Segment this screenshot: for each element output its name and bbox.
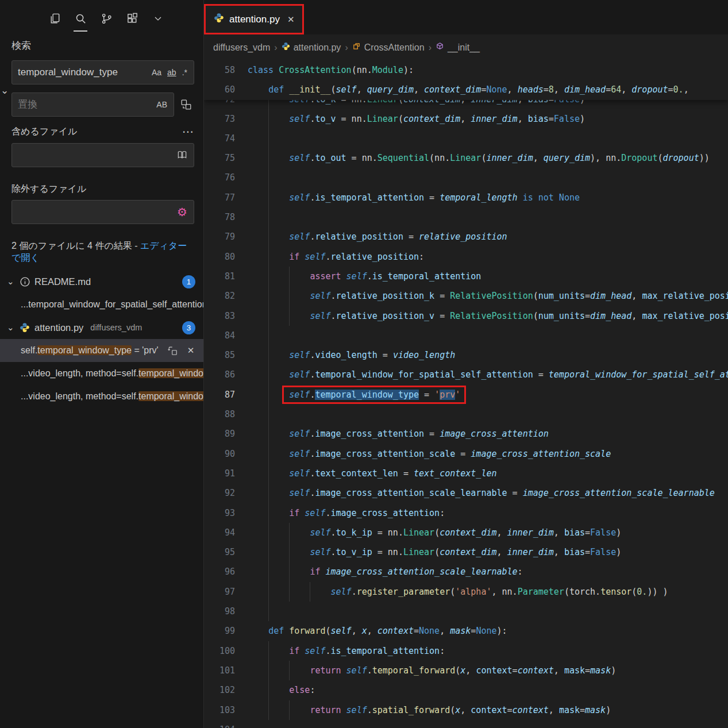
replace-all-icon[interactable] — [178, 97, 194, 113]
whole-word-icon[interactable]: ab — [164, 66, 179, 79]
code-line-content[interactable]: self.relative_position_v = RelativePosit… — [248, 306, 728, 326]
code-line-content[interactable] — [248, 326, 728, 345]
code-line: 100 if self.is_temporal_attention: — [204, 641, 728, 661]
code-line-content[interactable]: self.image_cross_attention_scale_learnab… — [248, 483, 728, 503]
code-line-content[interactable]: self.to_k = nn.Linear(context_dim, inner… — [248, 100, 728, 109]
toggle-replace-chevron[interactable]: ⌄ — [1, 84, 9, 97]
code-line-content[interactable]: def __init__(self, query_dim, context_di… — [248, 80, 728, 99]
indent-guide — [268, 326, 269, 345]
indent-guide — [268, 661, 269, 680]
line-number: 73 — [204, 109, 235, 129]
code-line: 84 — [204, 326, 728, 345]
code-line-content[interactable]: if self.relative_position: — [248, 247, 728, 267]
replace-input-box: AB — [11, 93, 174, 117]
code-line-content[interactable]: self.image_cross_attention_scale = image… — [248, 444, 728, 464]
code-line: 94 self.to_k_ip = nn.Linear(context_dim,… — [204, 523, 728, 542]
search-result-row[interactable]: ...video_length, method=self.temporal_wi… — [0, 385, 203, 408]
code-editor[interactable]: 58class CrossAttention(nn.Module):60 def… — [204, 60, 728, 728]
regex-icon[interactable]: .* — [179, 66, 190, 79]
line-number: 75 — [204, 148, 235, 168]
code-line-content[interactable]: if self.image_cross_attention: — [248, 503, 728, 523]
file-result-row[interactable]: ⌄README.md1 — [0, 270, 203, 293]
line-number: 104 — [204, 720, 235, 728]
code-line-content[interactable]: assert self.is_temporal_attention — [248, 267, 728, 286]
search-icon[interactable] — [72, 9, 89, 28]
code-line-content[interactable]: self.video_length = video_length — [248, 345, 728, 365]
code-line-content[interactable]: self.relative_position = relative_positi… — [248, 227, 728, 246]
search-result-row[interactable]: self.temporal_window_type = 'prv'✕ — [0, 339, 203, 362]
code-line-content[interactable]: class CrossAttention(nn.Module): — [248, 60, 728, 80]
file-result-row[interactable]: ⌄attention.pydiffusers_vdm3 — [0, 316, 203, 339]
explorer-icon[interactable] — [46, 9, 63, 28]
chevron-down-icon[interactable]: ⌄ — [7, 276, 20, 287]
code-line-content[interactable] — [248, 405, 728, 424]
search-input[interactable] — [18, 67, 149, 78]
code-line-content[interactable]: self.is_temporal_attention = temporal_le… — [248, 188, 728, 207]
indent-guide — [289, 582, 290, 602]
code-line-content[interactable]: return self.spatial_forward(x, context=c… — [248, 700, 728, 720]
exclude-files-input[interactable] — [18, 206, 174, 218]
code-line-content[interactable]: self.relative_position_k = RelativePosit… — [248, 286, 728, 306]
code-line: 76 — [204, 168, 728, 187]
code-line: 91 self.text_context_len = text_context_… — [204, 464, 728, 483]
file-path: diffusers_vdm — [90, 323, 142, 332]
results-tree: ⌄README.md1...temporal_window_for_spatia… — [0, 270, 203, 408]
more-actions-icon[interactable]: ⋯ — [182, 125, 194, 138]
code-line-content[interactable]: self.image_cross_attention = image_cross… — [248, 424, 728, 444]
line-number: 91 — [204, 464, 235, 483]
search-result-row[interactable]: ...temporal_window_for_spatial_self_atte… — [0, 293, 203, 316]
code-line-content[interactable]: self.temporal_window_for_spatial_self_at… — [248, 365, 728, 384]
line-number: 60 — [204, 80, 235, 99]
breadcrumb-separator: › — [274, 43, 277, 53]
line-number: 85 — [204, 345, 235, 365]
vscode-window: 検索 ⌄ Aa ab .* AB 含めるファイル ⋯ — [0, 0, 728, 728]
tab-attention-py[interactable]: attention.py ✕ — [206, 6, 302, 33]
code-line: 80 if self.relative_position: — [204, 247, 728, 267]
code-line-content[interactable]: self.to_v_ip = nn.Linear(context_dim, in… — [248, 542, 728, 562]
code-line-content[interactable]: if image_cross_attention_scale_learnable… — [248, 562, 728, 581]
include-files-input[interactable] — [18, 149, 174, 161]
indent-guide — [289, 306, 290, 326]
replace-icon[interactable] — [165, 344, 179, 357]
breadcrumb-item-folder[interactable]: diffusers_vdm — [213, 43, 270, 53]
chevron-down-icon[interactable] — [149, 9, 167, 28]
search-result-row[interactable]: ...video_length, method=self.temporal_wi… — [0, 362, 203, 385]
breadcrumb-item-method[interactable]: __init__ — [436, 42, 480, 53]
code-line-content[interactable] — [248, 129, 728, 148]
code-line-content[interactable]: if self.is_temporal_attention: — [248, 641, 728, 661]
chevron-down-icon[interactable]: ⌄ — [7, 322, 20, 333]
line-number: 90 — [204, 444, 235, 464]
notebook-icon[interactable] — [174, 147, 190, 163]
close-icon[interactable]: ✕ — [287, 14, 295, 25]
code-line: 75 self.to_out = nn.Sequential(nn.Linear… — [204, 148, 728, 168]
indent-guide — [268, 641, 269, 661]
match-highlight: temporal_window_type — [37, 345, 132, 355]
code-line-content[interactable]: self.to_v = nn.Linear(context_dim, inner… — [248, 109, 728, 129]
breadcrumb-item-class[interactable]: CrossAttention — [352, 42, 425, 53]
preserve-case-icon[interactable]: AB — [153, 98, 170, 111]
breadcrumb-item-file[interactable]: attention.py — [282, 42, 341, 53]
code-line-content[interactable]: self.temporal_window_type = 'prv' — [248, 385, 728, 405]
line-number: 80 — [204, 247, 235, 267]
code-line-content[interactable]: return self.temporal_forward(x, context=… — [248, 661, 728, 680]
exclude-settings-gear-icon[interactable]: ⚙ — [174, 204, 190, 220]
code-line-content[interactable]: self.register_parameter('alpha', nn.Para… — [248, 582, 728, 602]
code-line-content[interactable] — [248, 720, 728, 728]
replace-input[interactable] — [18, 99, 153, 110]
code-line-content[interactable] — [248, 602, 728, 621]
indent-guide — [289, 661, 290, 680]
match-case-icon[interactable]: Aa — [149, 66, 164, 79]
code-line-content[interactable]: self.to_out = nn.Sequential(nn.Linear(in… — [248, 148, 728, 168]
code-line-content[interactable]: else: — [248, 680, 728, 700]
search-controls: ⌄ Aa ab .* AB — [0, 58, 203, 117]
dismiss-icon[interactable]: ✕ — [184, 344, 198, 357]
code-line-content[interactable]: def forward(self, x, context=None, mask=… — [248, 621, 728, 641]
code-line: 103 return self.spatial_forward(x, conte… — [204, 700, 728, 720]
extensions-icon[interactable] — [124, 9, 141, 28]
code-line-content[interactable] — [248, 168, 728, 187]
code-line-content[interactable] — [248, 207, 728, 227]
source-control-icon[interactable] — [98, 9, 115, 28]
indent-guide — [268, 345, 269, 365]
code-line-content[interactable]: self.text_context_len = text_context_len — [248, 464, 728, 483]
code-line-content[interactable]: self.to_k_ip = nn.Linear(context_dim, in… — [248, 523, 728, 542]
